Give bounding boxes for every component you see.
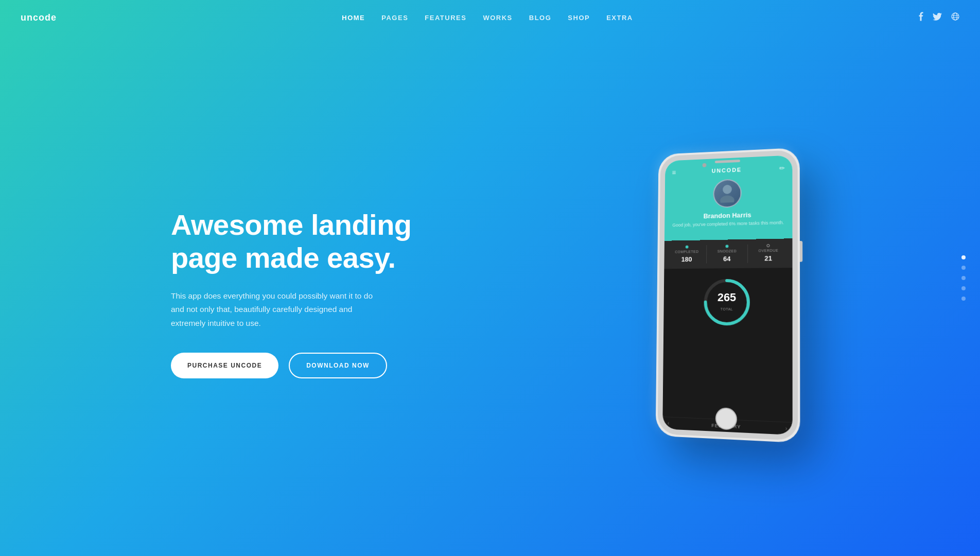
globe-link[interactable] <box>951 12 959 23</box>
nav-link-features[interactable]: FEATURES <box>425 14 466 22</box>
overdue-dot <box>767 244 770 247</box>
overdue-label: OVERDUE <box>748 248 790 252</box>
next-arrow: › <box>785 426 787 432</box>
nav-item-pages[interactable]: PAGES <box>381 13 408 22</box>
snoozed-value: 64 <box>723 255 730 263</box>
nav-links: HOME PAGES FEATURES WORKS BLOG SHOP EXTR… <box>342 13 633 22</box>
scroll-dot-5[interactable] <box>961 297 966 301</box>
nav-link-works[interactable]: WORKS <box>483 14 512 22</box>
circle-container: 265 TOTAL <box>701 276 752 328</box>
app-menu-icon: ≡ <box>672 168 676 177</box>
nav-item-works[interactable]: WORKS <box>483 13 512 22</box>
completed-dot <box>685 245 688 248</box>
scroll-dot-1[interactable] <box>961 255 966 259</box>
phone-side-button <box>800 241 802 262</box>
prev-arrow: ‹ <box>668 421 669 426</box>
svg-point-4 <box>723 185 732 194</box>
app-header: ≡ UNCODE ✏ Brandon H <box>664 155 793 240</box>
hero-buttons: PURCHASE UNCODE DOWNLOAD NOW <box>171 353 439 378</box>
nav-item-shop[interactable]: SHOP <box>568 13 590 22</box>
globe-icon <box>951 12 959 21</box>
navigation: uncode HOME PAGES FEATURES WORKS BLOG SH… <box>0 0 980 35</box>
hero-subtitle: This app does everything you could possi… <box>171 289 377 330</box>
stat-snoozed: SNOOZED 64 <box>707 244 747 263</box>
twitter-link[interactable] <box>933 13 942 23</box>
nav-link-blog[interactable]: BLOG <box>529 14 552 22</box>
app-circle-area: 265 TOTAL <box>662 268 792 422</box>
nav-item-extra[interactable]: EXTRA <box>606 13 633 22</box>
stat-overdue: OVERDUE 21 <box>748 244 790 263</box>
snoozed-dot <box>725 245 728 248</box>
scroll-dot-4[interactable] <box>961 286 966 290</box>
app-header-top: ≡ UNCODE ✏ <box>672 164 785 177</box>
user-name: Brandon Harris <box>672 210 785 221</box>
phone-outer: ≡ UNCODE ✏ Brandon H <box>656 148 800 443</box>
facebook-icon <box>918 12 923 21</box>
facebook-link[interactable] <box>918 12 923 23</box>
social-links <box>918 12 959 23</box>
snoozed-label: SNOOZED <box>707 249 747 253</box>
twitter-icon <box>933 13 942 21</box>
stat-completed: COMPLETED 180 <box>667 245 707 264</box>
download-button[interactable]: DOWNLOAD NOW <box>289 353 387 378</box>
scroll-dots <box>961 255 966 301</box>
hero-content: Awesome landing page made easy. This app… <box>130 149 850 438</box>
hero-title: Awesome landing page made easy. <box>171 208 439 275</box>
circle-label: 265 TOTAL <box>717 292 737 312</box>
scroll-dot-2[interactable] <box>961 266 966 270</box>
purchase-button[interactable]: PURCHASE UNCODE <box>171 353 278 378</box>
circle-sublabel: TOTAL <box>721 307 733 311</box>
svg-point-5 <box>720 195 734 203</box>
phone-mockup: ≡ UNCODE ✏ Brandon H <box>644 149 809 438</box>
nav-item-blog[interactable]: BLOG <box>529 13 552 22</box>
svg-point-1 <box>954 13 957 20</box>
nav-item-features[interactable]: FEATURES <box>425 13 466 22</box>
overdue-value: 21 <box>764 254 772 262</box>
app-brand-label: UNCODE <box>712 167 742 174</box>
user-subtitle: Good job, you've completed 6% more tasks… <box>671 219 785 229</box>
app-edit-icon: ✏ <box>779 164 785 171</box>
completed-value: 180 <box>681 255 692 263</box>
svg-point-0 <box>952 13 959 20</box>
nav-link-pages[interactable]: PAGES <box>381 14 408 22</box>
nav-link-shop[interactable]: SHOP <box>568 14 590 22</box>
nav-link-home[interactable]: HOME <box>342 14 365 22</box>
hero-section: Awesome landing page made easy. This app… <box>0 0 980 556</box>
site-logo[interactable]: uncode <box>21 12 57 23</box>
scroll-dot-3[interactable] <box>961 276 966 280</box>
avatar <box>713 179 741 208</box>
hero-text-block: Awesome landing page made easy. This app… <box>171 208 439 378</box>
completed-label: COMPLETED <box>667 250 706 254</box>
circle-number: 265 <box>717 292 736 303</box>
app-stats-bar: COMPLETED 180 SNOOZED 64 OVERDUE <box>664 238 792 269</box>
nav-item-home[interactable]: HOME <box>342 13 365 22</box>
nav-link-extra[interactable]: EXTRA <box>606 14 633 22</box>
app-screen: ≡ UNCODE ✏ Brandon H <box>662 155 793 435</box>
phone-screen: ≡ UNCODE ✏ Brandon H <box>662 155 793 435</box>
